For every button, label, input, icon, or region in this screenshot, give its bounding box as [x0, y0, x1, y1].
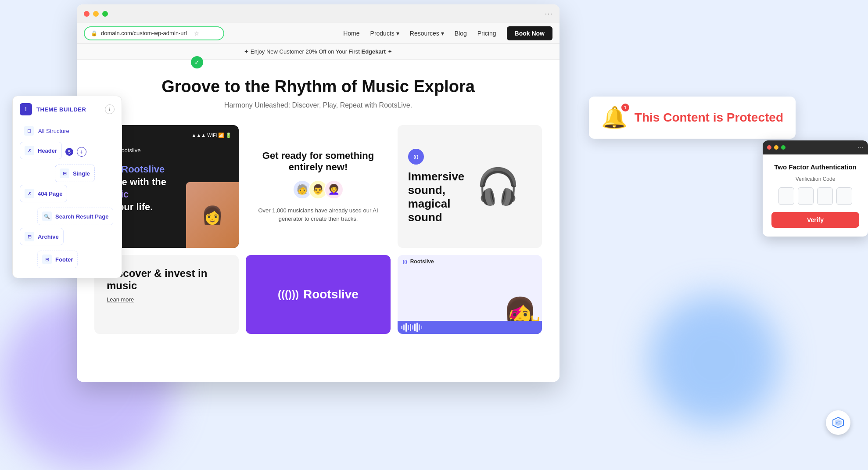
- card-sound: ((( Immersive sound, magical sound 🎧: [398, 125, 542, 248]
- hero-title: Groove to the Rhythm of Music Explora: [103, 77, 533, 96]
- card-new-title: Get ready for something entirely new!: [256, 150, 380, 173]
- footer-page-item[interactable]: ⊟ Footer: [37, 251, 78, 268]
- all-structure-item[interactable]: ⊟ All Structure: [20, 122, 115, 139]
- archive-item-label: Archive: [38, 233, 59, 240]
- twofa-label: Verification Code: [771, 176, 859, 182]
- website-content: ✦ Enjoy New Customer 20% Off on Your Fir…: [77, 44, 560, 382]
- phone-status: ▲▲▲ WiFi 📶 🔋: [192, 133, 232, 138]
- 404-item-icon: ✗: [25, 189, 34, 198]
- card-rootslive: ((())) Rootslive: [246, 255, 390, 334]
- theme-builder-sidebar: ! THEME BUILDER ℹ ⊟ All Structure ✗ Head…: [12, 96, 122, 278]
- twofa-popup: ⋯ Two Factor Authentication Verification…: [763, 140, 868, 237]
- headphones-image: 🎧: [464, 151, 531, 222]
- cards-grid-2: Discover & invest in music Lean more (((…: [77, 255, 560, 341]
- verify-button[interactable]: Verify: [771, 212, 859, 228]
- header-row: ✗ Header 5 +: [20, 142, 115, 162]
- nav-home[interactable]: Home: [343, 30, 359, 37]
- url-text: domain.com/custom-wp-admin-url: [101, 30, 187, 36]
- footer-row: ⊟ Footer: [37, 251, 115, 268]
- 404-page-item[interactable]: ✗ 404 Page: [20, 185, 67, 202]
- code-input-4[interactable]: [836, 187, 852, 205]
- rootslive-wave-icon: ((())): [278, 288, 299, 301]
- search-result-label: Search Result Page: [55, 213, 108, 220]
- main-browser-window: ⋯ 🔒 domain.com/custom-wp-admin-url ☆ Hom…: [77, 4, 560, 382]
- minimize-icon[interactable]: [93, 11, 99, 17]
- close-icon[interactable]: [84, 11, 90, 17]
- wave-icon: (((: [408, 149, 424, 165]
- bell-badge: 1: [621, 104, 629, 111]
- lock-icon: 🔒: [91, 30, 97, 36]
- nav-resources[interactable]: Resources ▾: [410, 30, 444, 37]
- search-result-page-item[interactable]: 🔍 Search Result Page: [37, 208, 113, 225]
- discover-link[interactable]: Lean more: [107, 296, 134, 303]
- sound-title: Immersive sound, magical sound: [408, 170, 465, 225]
- search-result-icon: 🔍: [42, 212, 52, 221]
- address-bar[interactable]: 🔒 domain.com/custom-wp-admin-url ☆: [84, 26, 224, 40]
- browser-titlebar: ⋯: [77, 4, 560, 23]
- green-check-badge: ✓: [191, 56, 203, 68]
- 404-item-label: 404 Page: [38, 190, 62, 197]
- single-row: ⊟ Single: [37, 165, 115, 182]
- twofa-more-icon[interactable]: ⋯: [857, 144, 864, 151]
- promo-bar: ✦ Enjoy New Customer 20% Off on Your Fir…: [77, 44, 560, 60]
- site-hero: Groove to the Rhythm of Music Explora Ha…: [77, 60, 560, 118]
- book-now-button[interactable]: Book Now: [507, 26, 552, 40]
- header-item-icon: ✗: [25, 146, 34, 155]
- avatar-3: 👩‍🦱: [324, 180, 344, 199]
- bookmark-icon[interactable]: ☆: [194, 30, 200, 37]
- person-silhouette: 👩: [186, 182, 239, 248]
- search-result-row: 🔍 Search Result Page: [37, 208, 115, 225]
- header-badge: 5: [65, 148, 73, 156]
- maximize-icon[interactable]: [102, 11, 108, 17]
- twofa-close-icon[interactable]: [767, 145, 771, 150]
- single-page-item[interactable]: ⊟ Single: [55, 165, 95, 182]
- rootslive-logo: ((())) Rootslive: [278, 287, 359, 301]
- browser-toolbar: 🔒 domain.com/custom-wp-admin-url ☆ Home …: [77, 23, 560, 44]
- code-input-3[interactable]: [817, 187, 833, 205]
- nav-products[interactable]: Products ▾: [370, 30, 399, 37]
- svg-text:rC: rC: [836, 420, 841, 425]
- recaptcha-badge: rC: [826, 410, 850, 435]
- all-structure-label: All Structure: [38, 128, 69, 134]
- cards-grid-1: 9:41 ▲▲▲ WiFi 📶 🔋 )))) Rootslive The Roo…: [77, 118, 560, 255]
- phone-person-image: 👩: [186, 182, 239, 248]
- twofa-maximize-icon[interactable]: [781, 145, 786, 150]
- card-person: ((( Rootslive 👩‍🎤: [398, 255, 542, 334]
- theme-info-button[interactable]: ℹ: [105, 104, 115, 114]
- waveform-bar: [398, 321, 542, 334]
- promo-icon-right: ✦: [387, 48, 392, 55]
- theme-title: THEME BUILDER: [36, 106, 86, 113]
- all-structure-icon: ⊟: [24, 126, 34, 136]
- twofa-titlebar: ⋯: [763, 140, 868, 154]
- recaptcha-icon: rC: [831, 416, 845, 430]
- theme-header: ! THEME BUILDER ℹ: [20, 103, 115, 115]
- protected-content-popup: 🔔 1 This Content is Protected: [589, 97, 796, 139]
- twofa-content: Two Factor Authentication Verification C…: [763, 154, 868, 237]
- rootslive-brand-name: Rootslive: [303, 287, 359, 301]
- twofa-minimize-icon[interactable]: [774, 145, 778, 150]
- single-item-label: Single: [73, 170, 90, 177]
- hero-subtitle: Harmony Unleashed: Discover, Play, Repea…: [103, 101, 533, 109]
- sound-text: ((( Immersive sound, magical sound: [408, 149, 465, 225]
- 404-row: ✗ 404 Page: [20, 185, 115, 205]
- discover-title: Discover & invest in music: [107, 267, 226, 292]
- archive-row: ⊟ Archive: [20, 228, 115, 248]
- archive-item-icon: ⊟: [25, 232, 34, 241]
- card-new: Get ready for something entirely new! 🧓 …: [246, 125, 390, 248]
- code-inputs: [771, 187, 859, 205]
- chevron-down-icon: ▾: [441, 30, 444, 37]
- nav-blog[interactable]: Blog: [455, 30, 467, 37]
- code-input-2[interactable]: [798, 187, 814, 205]
- avatars-row: 🧓 👨 👩‍🦱: [293, 180, 344, 199]
- protected-text: This Content is Protected: [635, 111, 783, 125]
- more-options-icon[interactable]: ⋯: [545, 9, 552, 18]
- card-person-brand: ((( Rootslive: [403, 258, 434, 265]
- code-input-1[interactable]: [778, 187, 794, 205]
- twofa-title: Two Factor Authentication: [771, 163, 859, 171]
- chevron-down-icon: ▾: [396, 30, 399, 37]
- header-item-label: Header: [38, 147, 57, 154]
- archive-page-item[interactable]: ⊟ Archive: [20, 228, 64, 245]
- add-item-button[interactable]: +: [77, 147, 86, 157]
- header-page-item[interactable]: ✗ Header: [20, 142, 62, 159]
- nav-pricing[interactable]: Pricing: [477, 30, 496, 37]
